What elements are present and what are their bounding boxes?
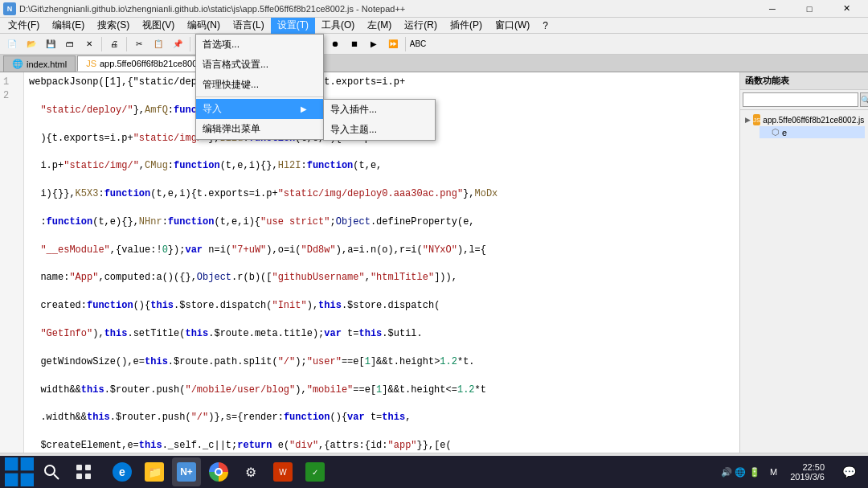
taskbar-notepad-icon[interactable]: N+	[172, 457, 201, 486]
menu-window[interactable]: 窗口(W)	[489, 18, 536, 34]
app-icon: N	[3, 2, 16, 15]
menu-import[interactable]: 导入 ▶	[196, 99, 323, 119]
open-button[interactable]: 📂	[23, 35, 40, 53]
svg-rect-0	[5, 457, 18, 470]
code-line-4: i.p+"static/img/",CMug:function(t,e,i){}…	[29, 159, 735, 173]
menu-run[interactable]: 运行(R)	[398, 18, 444, 34]
menu-help[interactable]: ?	[536, 18, 555, 34]
new-button[interactable]: 📄	[3, 35, 21, 53]
taskbar-browser-icon[interactable]: e	[108, 457, 137, 486]
svg-rect-7	[85, 465, 91, 470]
taskbar-more1-icon[interactable]: W	[268, 457, 297, 486]
svg-rect-3	[21, 474, 34, 486]
spellcheck-button[interactable]: ABC	[409, 35, 427, 53]
cut-button[interactable]: ✂	[130, 35, 148, 53]
menu-left[interactable]: 左(M)	[361, 18, 398, 34]
line-num-1: 1	[3, 76, 20, 89]
function-search-input[interactable]	[743, 92, 858, 107]
title-bar: N D:\Git\zhengnianli.github.io\zhengnian…	[0, 0, 868, 18]
import-plugin[interactable]: 导入插件...	[324, 100, 435, 120]
menu-language-format[interactable]: 语言格式设置...	[196, 55, 323, 75]
code-line-13: .width&&this.$router.push("/")},s={rende…	[29, 411, 735, 424]
import-theme[interactable]: 导入主题...	[324, 120, 435, 140]
taskbar-explorer-icon[interactable]: 📁	[140, 457, 169, 486]
tree-expand-icon[interactable]: ▶	[745, 116, 751, 124]
toolbar-sep7	[405, 37, 406, 51]
taskbar-clock: 22:50 2019/3/6	[784, 462, 831, 482]
toolbar-sep2	[126, 37, 127, 51]
svg-point-4	[45, 465, 55, 475]
macro-stop-button[interactable]: ⏹	[346, 35, 363, 53]
taskbar-more2-icon[interactable]: ✓	[301, 457, 330, 486]
line-numbers: 1 2	[0, 72, 24, 453]
paste-button[interactable]: 📌	[169, 35, 186, 53]
title-text: D:\Git\zhengnianli.github.io\zhengnianli…	[19, 4, 405, 14]
taskbar-start-button[interactable]	[5, 457, 34, 486]
menu-view[interactable]: 视图(V)	[136, 18, 181, 34]
tree-child-expand	[761, 129, 769, 137]
tree-children: ⬡ e	[743, 126, 865, 138]
taskbar-battery-icon: 🔋	[749, 467, 760, 478]
function-tree: ▶ JS app.5ffe06ff6f8b21ce8002.js ⬡ e	[740, 110, 868, 453]
svg-line-5	[54, 474, 59, 479]
menu-shortcuts[interactable]: 管理快捷键...	[196, 75, 323, 95]
code-line-1: webpackJsonp([1],{"static/deploy/":funct…	[29, 76, 735, 89]
code-line-7: "__esModule",{value:!0});var n=i("7+uW")…	[29, 244, 735, 257]
tab-bar: 🌐 index.html JS app.5ffe06ff6f8b21ce8002…	[0, 55, 868, 72]
menu-settings[interactable]: 设置(T)	[271, 18, 315, 34]
close-button[interactable]: ✕	[828, 0, 865, 18]
menu-import-label: 导入	[203, 102, 222, 116]
taskbar-search-icon[interactable]	[37, 457, 66, 486]
code-line-8: name:"App",computed:a()({},Object.r(b)([…	[29, 271, 735, 285]
code-line-12: width&&this.$router.push("/mobile/user/b…	[29, 383, 735, 397]
code-line-5: i){}},K5X3:function(t,e,i){t.exports=i.p…	[29, 187, 735, 201]
code-line-9: created:function(){this.$store.dispatch(…	[29, 299, 735, 313]
code-line-11: getWindowSize(),e=this.$route.path.split…	[29, 355, 735, 369]
minimize-button[interactable]: ─	[754, 0, 791, 18]
svg-rect-9	[85, 474, 91, 479]
taskbar-taskview-icon[interactable]	[69, 457, 98, 486]
menu-language[interactable]: 语言(L)	[227, 18, 271, 34]
clock-date: 2019/3/6	[790, 472, 825, 482]
menu-edit-popup[interactable]: 编辑弹出菜单	[196, 119, 323, 139]
right-panel: 函数功能表 🔍 ⚙ ▶ JS app.5ffe06ff6f8b21ce8002.…	[739, 72, 868, 453]
settings-dropdown: 首选项... 语言格式设置... 管理快捷键... 导入 ▶ 编辑弹出菜单 导入…	[195, 34, 324, 140]
window-controls: ─ □ ✕	[754, 0, 865, 18]
macro-play-button[interactable]: ▶	[365, 35, 383, 53]
toolbar-sep3	[190, 37, 190, 51]
search-icon-button[interactable]: 🔍	[860, 92, 868, 107]
menu-file[interactable]: 文件(F)	[2, 18, 46, 34]
taskbar-settings-icon[interactable]: ⚙	[236, 457, 265, 486]
title-bar-left: N D:\Git\zhengnianli.github.io\zhengnian…	[3, 2, 405, 15]
clock-time: 22:50	[790, 462, 825, 472]
menu-edit[interactable]: 编辑(E)	[46, 18, 91, 34]
menu-preferences[interactable]: 首选项...	[196, 35, 323, 55]
save-all-button[interactable]: 🗃	[61, 35, 79, 53]
tree-root-item[interactable]: ▶ JS app.5ffe06ff6f8b21ce8002.js	[743, 113, 865, 126]
menu-bar: 文件(F) 编辑(E) 搜索(S) 视图(V) 编码(N) 语言(L) 设置(T…	[0, 18, 868, 34]
save-button[interactable]: 💾	[42, 35, 59, 53]
taskbar-action-center[interactable]: 💬	[834, 457, 863, 486]
menu-plugin[interactable]: 插件(P)	[444, 18, 489, 34]
tree-child-item[interactable]: ⬡ e	[760, 126, 865, 138]
menu-search[interactable]: 搜索(S)	[91, 18, 136, 34]
toolbar: 📄 📂 💾 🗃 ✕ 🖨 ✂ 📋 📌 ↩ ↪ 🔍 🔄 +A -A ⏺ ⏹ ▶ ⏩ …	[0, 34, 868, 55]
menu-tools[interactable]: 工具(O)	[315, 18, 361, 34]
menu-encoding[interactable]: 编码(N)	[181, 18, 227, 34]
close-doc-button[interactable]: ✕	[80, 35, 98, 53]
macro-rec-button[interactable]: ⏺	[326, 35, 344, 53]
code-line-14: $createElement,e=this._self._c||t;return…	[29, 439, 735, 453]
print-button[interactable]: 🖨	[105, 35, 123, 53]
maximize-button[interactable]: □	[791, 0, 828, 18]
svg-rect-8	[76, 474, 82, 479]
svg-rect-1	[21, 457, 34, 470]
copy-button[interactable]: 📋	[149, 35, 167, 53]
menu-import-arrow: ▶	[301, 105, 307, 113]
code-line-10: "GetInfo"),this.setTitle(this.$route.met…	[29, 327, 735, 341]
tab-index-html[interactable]: 🌐 index.html	[3, 55, 76, 72]
taskbar-chrome-icon[interactable]	[204, 457, 233, 486]
svg-rect-2	[5, 474, 18, 486]
macro-run-button[interactable]: ⏩	[384, 35, 402, 53]
import-submenu: 导入插件... 导入主题...	[323, 99, 436, 141]
tree-file-icon: JS	[753, 114, 760, 125]
